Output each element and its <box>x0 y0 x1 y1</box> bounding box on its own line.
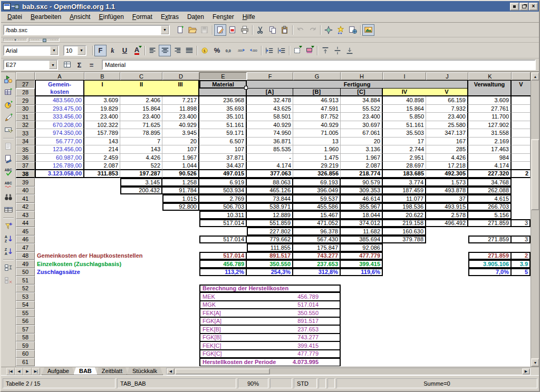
cell-G40[interactable]: 396.049 <box>293 187 341 195</box>
cell-E54[interactable]: MGK517.014 <box>199 301 341 309</box>
align-center-vertical-button[interactable] <box>331 45 343 56</box>
number-format-currency-button[interactable]: $ <box>199 45 211 56</box>
cell-K43[interactable]: 5.156 <box>468 211 512 219</box>
cell-H38[interactable]: 218.774 <box>341 170 383 179</box>
row-header-44[interactable]: 44 <box>16 219 35 228</box>
scroll-left-icon[interactable]: ◀ <box>167 368 175 375</box>
cell-D31[interactable]: 23.400 <box>162 113 199 121</box>
row-header-55[interactable]: 55 <box>16 309 35 317</box>
row-header-29[interactable]: 29 <box>16 96 35 105</box>
row-header-30[interactable]: 30 <box>16 105 35 113</box>
vertical-scroll-thumb[interactable] <box>531 139 539 210</box>
cell-I32[interactable]: 51.161 <box>383 121 426 130</box>
cell-A37[interactable]: 126.789,00 <box>35 162 84 170</box>
cell-J45[interactable] <box>426 227 468 236</box>
cell-D59[interactable] <box>162 341 199 350</box>
cell-D56[interactable] <box>162 317 199 326</box>
row-header-36[interactable]: 36 <box>16 154 35 162</box>
cell-L61[interactable] <box>512 358 531 366</box>
window-menu-icon[interactable] <box>3 3 11 10</box>
cell-A45[interactable] <box>35 227 84 236</box>
background-color-button[interactable] <box>303 45 315 56</box>
cell-D52[interactable] <box>162 285 199 293</box>
cell-E36[interactable]: 37.871 <box>199 154 247 162</box>
function-wizard-icon[interactable] <box>61 59 73 71</box>
cell-I46[interactable]: 379.788 <box>383 236 426 244</box>
cell-B51[interactable] <box>84 276 120 285</box>
cell-A40[interactable] <box>35 187 84 195</box>
cell-H39[interactable]: 90.579 <box>341 178 383 187</box>
scroll-down-icon[interactable]: ▼ <box>531 358 539 367</box>
row-header-58[interactable]: 58 <box>16 334 35 342</box>
cell-L33[interactable] <box>512 129 531 138</box>
gallery-icon[interactable] <box>362 24 374 36</box>
column-header-F[interactable]: F <box>247 72 293 80</box>
cell-B53[interactable] <box>84 292 120 301</box>
cell-H29[interactable]: 34.884 <box>341 96 383 105</box>
cell-D28[interactable] <box>162 89 199 97</box>
cell-G43[interactable]: 15.467 <box>293 211 341 219</box>
cell-K56[interactable] <box>468 317 512 326</box>
row-header-60[interactable]: 60 <box>16 350 35 358</box>
sort-descending-icon[interactable]: ZA <box>2 245 15 258</box>
cell-A55[interactable] <box>35 309 84 317</box>
cell-J37[interactable]: 17.218 <box>426 162 468 170</box>
insert-object-icon[interactable] <box>2 99 15 111</box>
cell-J32[interactable]: 25.580 <box>426 121 468 130</box>
cell-L40[interactable] <box>512 187 531 195</box>
cell-F42[interactable]: 538.971 <box>247 203 293 211</box>
window-pin-icon[interactable] <box>12 4 19 8</box>
cell-J35[interactable]: 285 <box>426 145 468 154</box>
cell-K51[interactable] <box>468 276 512 285</box>
cell-D55[interactable] <box>162 309 199 317</box>
menu-ansicht[interactable]: Ansicht <box>65 12 94 22</box>
paste-icon[interactable] <box>278 24 291 36</box>
cell-D61[interactable] <box>162 358 199 366</box>
cell-D27[interactable]: III <box>162 80 199 89</box>
cell-A48[interactable]: Gemeinkosten der Hauptkostenstellen <box>35 252 199 260</box>
sheet-tab-bab[interactable]: BAB <box>73 367 98 375</box>
sheet-tab-zeitblatt[interactable]: Zeitblatt <box>96 367 128 375</box>
cell-A41[interactable] <box>35 194 84 203</box>
cell-H56[interactable] <box>341 317 383 326</box>
cell-I58[interactable] <box>383 334 426 342</box>
cell-L50[interactable]: 5 <box>512 268 531 277</box>
autofilter-icon[interactable] <box>2 220 15 232</box>
row-header-51[interactable]: 51 <box>16 276 35 285</box>
cell-B38[interactable]: 311.853 <box>84 170 120 179</box>
title-bar[interactable]: bab.sxc - OpenOffice.org 1.1 × <box>1 1 539 12</box>
cell-J33[interactable]: 347.137 <box>426 129 468 138</box>
cell-K35[interactable]: 17.463 <box>468 145 512 154</box>
cell-H58[interactable] <box>341 334 383 342</box>
form-controls-icon[interactable] <box>2 124 15 136</box>
cell-J38[interactable]: 492.305 <box>426 170 468 179</box>
cell-I36[interactable]: 2.951 <box>383 154 426 162</box>
scroll-right-icon[interactable]: ▶ <box>522 368 530 375</box>
cell-F28[interactable]: [A] <box>247 89 293 97</box>
cell-I49[interactable] <box>383 260 426 268</box>
row-header-52[interactable]: 52 <box>16 285 35 293</box>
cell-L29[interactable] <box>512 96 531 105</box>
cell-J59[interactable] <box>426 341 468 350</box>
cell-L37[interactable] <box>512 162 531 170</box>
align-bottom-button[interactable] <box>343 45 355 56</box>
cell-B28[interactable] <box>84 89 120 97</box>
cell-G49[interactable]: 237.653 <box>293 260 341 268</box>
cell-H49[interactable]: 399.415 <box>341 260 383 268</box>
cell-C44[interactable] <box>120 219 162 228</box>
cell-G38[interactable]: 326.856 <box>293 170 341 179</box>
cell-H53[interactable] <box>341 292 383 301</box>
cell-K53[interactable] <box>468 292 512 301</box>
cell-L54[interactable] <box>512 301 531 309</box>
cell-E45[interactable] <box>199 227 247 236</box>
spellcheck-icon[interactable]: ABC <box>2 165 15 178</box>
row-header-43[interactable]: 43 <box>16 211 35 219</box>
cell-C27[interactable]: II <box>120 80 162 89</box>
cell-E27[interactable]: Material <box>199 80 247 89</box>
insert-icon[interactable] <box>2 73 15 86</box>
cell-G29[interactable]: 46.913 <box>293 96 341 105</box>
cell-C29[interactable]: 2.406 <box>120 96 162 105</box>
cell-L41[interactable] <box>512 194 531 203</box>
row-header-59[interactable]: 59 <box>16 341 35 350</box>
cell-H42[interactable]: 355.967 <box>341 203 383 211</box>
